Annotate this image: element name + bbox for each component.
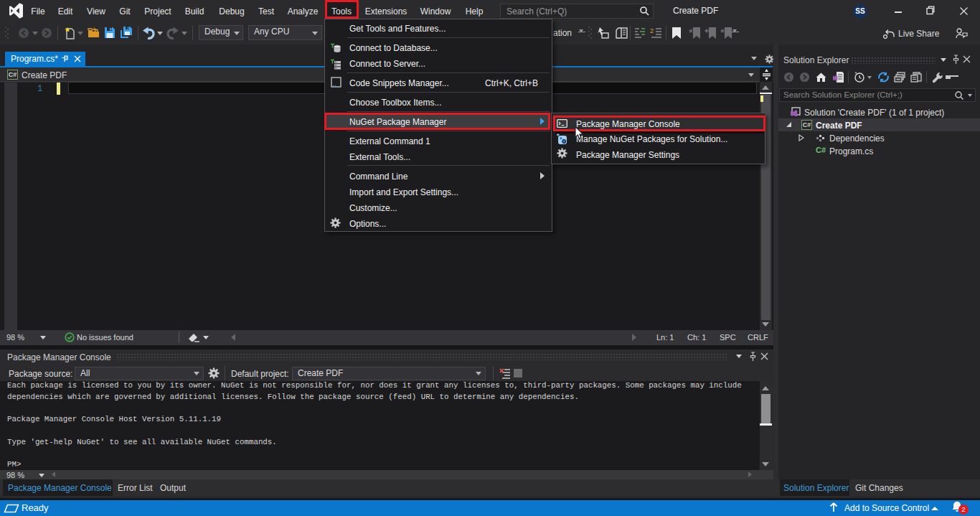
svg-text:2: 2 [650, 27, 654, 34]
